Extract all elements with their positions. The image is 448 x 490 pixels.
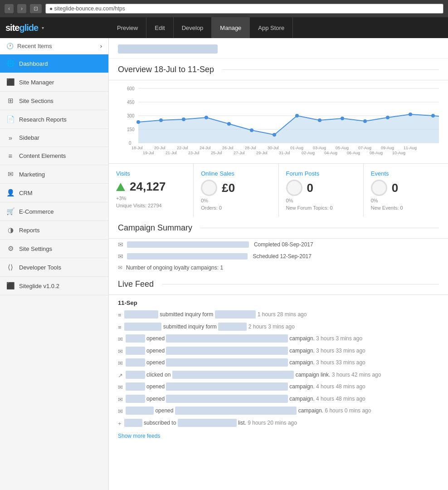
campaign-link-2[interactable]: September Newsletter 2017 - client/prosp… [127, 253, 248, 260]
feed-action-2: submitted inquiry form [163, 323, 218, 330]
svg-point-14 [205, 116, 208, 119]
campaign-item-1: ✉ September Newsletter 2017 Follow-Up - … [118, 239, 439, 250]
svg-text:10-Aug: 10-Aug [392, 151, 405, 155]
visits-label: Visits [116, 170, 186, 177]
sidebar-label-developer-tools: Developer Tools [19, 264, 61, 271]
sidebar-item-content-elements[interactable]: ≡ Content Elements [0, 147, 108, 165]
sales-value: £0 [222, 181, 235, 195]
forward-button[interactable]: › [17, 4, 26, 13]
forum-value: 0 [307, 181, 313, 195]
sidebar-item-site-sections[interactable]: ⊞ Site Sections [0, 92, 108, 110]
feed-icon-10: + [118, 419, 122, 428]
feed-target-6: September Newsletter 2017 Follow-Up - st… [172, 371, 294, 379]
svg-point-21 [363, 119, 367, 123]
show-more-label[interactable]: Show more feeds [118, 429, 160, 446]
stat-events: Events 0 0% New Events: 0 [364, 164, 448, 217]
svg-text:600: 600 [127, 86, 135, 91]
tab-button[interactable]: ⊡ [30, 4, 42, 13]
crm-icon: 👤 [6, 189, 15, 197]
forum-circle [286, 180, 302, 196]
site-sections-icon: ⊞ [6, 97, 15, 105]
research-reports-icon: 📄 [6, 115, 15, 123]
svg-point-11 [136, 120, 140, 124]
sidebar-label-sidebar: Sidebar [19, 134, 39, 141]
feed-target-5: September Newsletter 2017 Follow-Up - st… [166, 358, 288, 367]
svg-point-16 [250, 128, 253, 132]
site-title [118, 44, 218, 54]
sidebar-label-marketing: Marketing [19, 171, 45, 178]
back-button[interactable]: ‹ [5, 4, 14, 13]
nav-manage[interactable]: Manage [212, 17, 250, 38]
developer-tools-icon: ⟨⟩ [6, 263, 15, 271]
nav-edit[interactable]: Edit [146, 17, 173, 38]
nav-preview[interactable]: Preview [109, 17, 146, 38]
sidebar-item-research-reports[interactable]: 📄 Research Reports [0, 110, 108, 129]
feed-time-1: 1 hours 28 mins ago [258, 311, 307, 318]
overview-title: Overview 18-Jul to 11-Sep [109, 59, 448, 80]
campaign-link-1[interactable]: September Newsletter 2017 Follow-Up - st… [127, 241, 249, 248]
stat-forum-posts: Forum Posts 0 0% New Forum Topics: 0 [279, 164, 364, 217]
svg-text:02-Aug: 02-Aug [302, 151, 315, 155]
sidebar-recent-items[interactable]: 🕐 Recent Items › [0, 38, 108, 54]
feed-user-3: B. Cook [126, 334, 145, 343]
svg-text:23-Jul: 23-Jul [188, 151, 200, 155]
feed-action-5: opened [146, 359, 166, 366]
campaign-status-2: Scheduled 12-Sep-2017 [251, 253, 312, 260]
feed-icon-4: ✉ [118, 347, 123, 356]
nav-items: Preview Edit Develop Manage App Store [109, 17, 293, 38]
feed-item-7: ✉ B. Cook opened September Newsletter 20… [118, 381, 439, 393]
sidebar-item-siteglide-version[interactable]: ⬛ Siteglide v1.0.2 [0, 277, 108, 295]
content-area: Overview 18-Jul to 11-Sep 600 450 300 15… [109, 38, 448, 490]
chevron-right-icon: › [100, 43, 102, 49]
logo-dropdown[interactable]: ▾ [42, 25, 44, 30]
sidebar-label-dashboard: Dashboard [19, 60, 48, 67]
feed-icon-6: ↗ [118, 371, 123, 380]
browser-chrome: ‹ › ⊡ [0, 0, 448, 17]
sidebar-item-dashboard[interactable]: 🌐 Dashboard [0, 54, 108, 73]
chart-svg: 600 450 300 150 0 [118, 85, 439, 159]
sidebar-item-crm[interactable]: 👤 CRM [0, 184, 108, 202]
svg-text:150: 150 [127, 127, 135, 132]
feed-action-9: opened [155, 407, 175, 414]
svg-point-24 [431, 114, 435, 118]
sidebar-icon: » [6, 134, 15, 142]
svg-point-20 [341, 117, 344, 120]
svg-text:31-Jul: 31-Jul [279, 151, 290, 155]
online-sales-label: Online Sales [201, 170, 271, 177]
feed-user-1: Robert Robert [124, 310, 158, 318]
sidebar-item-ecommerce[interactable]: 🛒 E-Commerce [0, 202, 108, 221]
svg-text:30-Jul: 30-Jul [268, 146, 279, 150]
feed-action-8: opened [146, 396, 166, 402]
campaign-section: ✉ September Newsletter 2017 Follow-Up - … [109, 239, 448, 273]
svg-text:08-Aug: 08-Aug [370, 151, 383, 155]
events-circle [371, 180, 387, 196]
sidebar-item-developer-tools[interactable]: ⟨⟩ Developer Tools [0, 258, 108, 277]
nav-appstore[interactable]: App Store [250, 17, 293, 38]
nav-develop[interactable]: Develop [174, 17, 212, 38]
feed-icon-1: ≡ [118, 311, 122, 320]
sidebar-item-reports[interactable]: ◑ Reports [0, 221, 108, 240]
events-percent: 0% [371, 198, 441, 203]
feed-suffix-5: campaign. [289, 359, 314, 366]
sidebar-item-site-manager[interactable]: ⬛ Site Manager [0, 73, 108, 92]
sidebar-item-site-settings[interactable]: ⚙ Site Settings [0, 240, 108, 258]
svg-point-17 [273, 133, 276, 137]
feed-item-5: ✉ B. Cook opened September Newsletter 20… [118, 357, 439, 369]
feed-action-10: subscribed to [144, 420, 178, 426]
url-bar[interactable] [45, 4, 443, 14]
svg-text:20-Jul: 20-Jul [154, 146, 166, 150]
svg-text:21-Jul: 21-Jul [166, 151, 177, 155]
show-more-feeds[interactable]: Show more feeds [118, 429, 439, 446]
feed-item-9: ✉ Lucy Ridley opened September Newslette… [118, 405, 439, 417]
feed-time-8: 4 hours 48 mins ago [316, 396, 365, 402]
sidebar-label-site-manager: Site Manager [19, 79, 54, 86]
svg-point-22 [386, 116, 390, 119]
feed-action-4: opened [146, 348, 166, 354]
sidebar-item-marketing[interactable]: ✉ Marketing [0, 165, 108, 184]
feed-target-3: September Newsletter 2017 Follow-Up - st… [166, 334, 288, 343]
svg-text:24-Jul: 24-Jul [200, 146, 211, 150]
feed-item-3: ✉ B. Cook opened September Newsletter 20… [118, 333, 439, 345]
campaign-item-2: ✉ September Newsletter 2017 - client/pro… [118, 250, 439, 262]
feed-user-9: Lucy Ridley [126, 407, 154, 415]
sidebar-item-sidebar[interactable]: » Sidebar [0, 129, 108, 147]
